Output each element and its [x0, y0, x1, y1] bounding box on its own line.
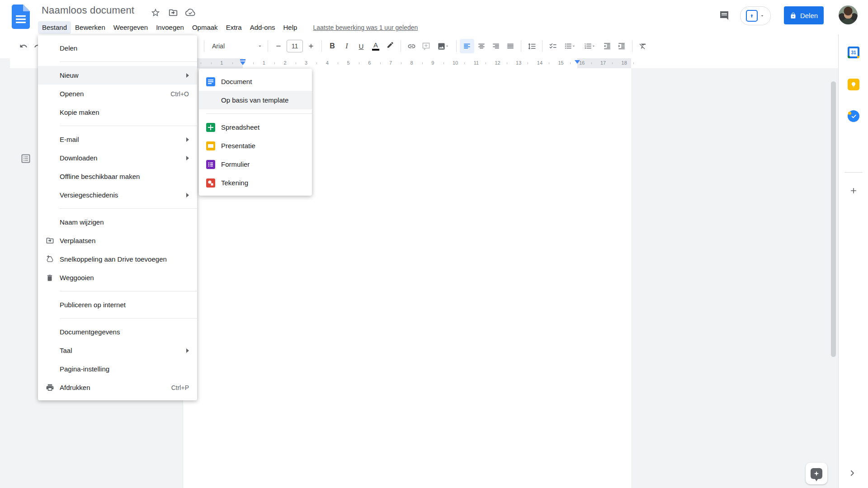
- file-menu-item-afdrukken[interactable]: Afdrukken Ctrl+P: [38, 378, 197, 397]
- menu-extra[interactable]: Extra: [222, 21, 246, 34]
- align-justify-button[interactable]: [503, 39, 518, 53]
- insert-link-button[interactable]: [404, 39, 419, 53]
- file-menu-item-verplaatsen[interactable]: Verplaatsen: [38, 231, 197, 250]
- submenu-item-document[interactable]: Document: [199, 72, 312, 91]
- forms-icon: [206, 160, 215, 169]
- undo-button[interactable]: [16, 39, 31, 53]
- underline-button[interactable]: U: [354, 39, 368, 53]
- first-line-indent-marker[interactable]: [240, 59, 245, 61]
- show-comments-button[interactable]: [715, 6, 733, 24]
- file-menu-item-taal[interactable]: Taal: [38, 341, 197, 360]
- text-color-button[interactable]: A: [368, 39, 383, 53]
- align-center-icon: [477, 42, 486, 50]
- file-menu-item-naam-wijzigen[interactable]: Naam wijzigen: [38, 213, 197, 231]
- share-button[interactable]: Delen: [784, 6, 824, 24]
- present-button[interactable]: [740, 6, 771, 25]
- document-title[interactable]: Naamloos document: [42, 5, 134, 16]
- align-center-button[interactable]: [474, 39, 489, 53]
- bulleted-list-button[interactable]: [560, 39, 580, 53]
- explore-button[interactable]: [806, 463, 827, 484]
- google-tasks-button[interactable]: [846, 109, 861, 123]
- bold-button[interactable]: B: [325, 39, 340, 53]
- slides-icon: [206, 141, 215, 150]
- chevron-right-icon: [848, 469, 857, 478]
- decrease-indent-button[interactable]: [600, 39, 614, 53]
- menu-weergeven[interactable]: Weergeven: [109, 21, 152, 34]
- menu-addons[interactable]: Add-ons: [246, 21, 279, 34]
- line-spacing-button[interactable]: [524, 39, 539, 53]
- file-menu-item-offline[interactable]: Offline beschikbaar maken: [38, 167, 197, 186]
- submenu-item-spreadsheet[interactable]: Spreadsheet: [199, 118, 312, 136]
- google-keep-button[interactable]: [846, 77, 861, 92]
- file-menu-item-snelkoppeling[interactable]: Snelkoppeling aan Drive toevoegen: [38, 250, 197, 268]
- submenu-item-formulier[interactable]: Formulier: [199, 155, 312, 174]
- vertical-scrollbar[interactable]: [831, 81, 836, 357]
- file-menu-item-openen[interactable]: Openen Ctrl+O: [38, 84, 197, 103]
- file-menu-item-versiegeschiedenis[interactable]: Versiegeschiedenis: [38, 186, 197, 204]
- file-menu-item-weggooien[interactable]: Weggooien: [38, 268, 197, 287]
- right-indent-marker[interactable]: [575, 60, 580, 64]
- align-right-button[interactable]: [489, 39, 503, 53]
- docs-logo-icon[interactable]: [12, 5, 30, 29]
- menu-separator: [60, 318, 197, 319]
- present-caret-icon: [760, 13, 765, 19]
- file-menu-item-delen[interactable]: Delen: [38, 39, 197, 57]
- decrease-font-size-button[interactable]: [271, 39, 286, 53]
- submenu-item-presentatie[interactable]: Presentatie: [199, 136, 312, 155]
- align-left-button[interactable]: [460, 39, 474, 53]
- numbered-list-button[interactable]: [580, 39, 600, 53]
- submenu-item-template[interactable]: Op basis van template: [199, 91, 312, 109]
- left-indent-marker[interactable]: [240, 61, 245, 65]
- present-icon: [746, 10, 758, 22]
- google-calendar-button[interactable]: 31: [846, 45, 861, 60]
- submenu-arrow-icon: [186, 348, 189, 353]
- menu-bewerken[interactable]: Bewerken: [71, 21, 109, 34]
- file-menu-item-publiceren[interactable]: Publiceren op internet: [38, 296, 197, 314]
- toolbar-separator: [521, 40, 521, 52]
- side-panel: 31: [838, 34, 868, 488]
- menubar: Bestand Bewerken Weergeven Invoegen Opma…: [38, 21, 418, 34]
- checklist-button[interactable]: [546, 39, 560, 53]
- insert-image-button[interactable]: [433, 39, 453, 53]
- document-outline-button[interactable]: [17, 150, 34, 167]
- hide-sidepanel-button[interactable]: [845, 466, 859, 480]
- file-menu-item-documentgegevens[interactable]: Documentgegevens: [38, 323, 197, 341]
- cloud-saved-icon[interactable]: [185, 7, 196, 18]
- link-icon: [407, 42, 416, 51]
- lock-icon: [790, 12, 797, 19]
- font-size-value[interactable]: 11: [287, 40, 303, 52]
- toolbar-separator: [204, 40, 204, 52]
- file-menu-item-kopie-maken[interactable]: Kopie maken: [38, 103, 197, 122]
- submenu-item-tekening[interactable]: Tekening: [199, 174, 312, 192]
- menu-invoegen[interactable]: Invoegen: [152, 21, 188, 34]
- font-family-selector[interactable]: Arial: [208, 39, 264, 53]
- sheets-icon: [206, 123, 215, 132]
- get-addons-button[interactable]: [846, 183, 861, 198]
- bold-icon: B: [330, 42, 335, 50]
- file-menu-item-nieuw[interactable]: Nieuw: [38, 66, 197, 84]
- text-color-icon: A: [372, 42, 379, 51]
- menu-opmaak[interactable]: Opmaak: [188, 21, 222, 34]
- decrease-indent-icon: [603, 42, 611, 50]
- add-comment-button[interactable]: [419, 39, 433, 53]
- google-calendar-icon: 31: [848, 47, 859, 58]
- clear-formatting-button[interactable]: [636, 39, 650, 53]
- chevron-down-icon: [591, 44, 596, 48]
- star-icon[interactable]: [150, 7, 161, 18]
- highlight-color-button[interactable]: [383, 39, 397, 53]
- file-menu-item-pagina-instelling[interactable]: Pagina-instelling: [38, 360, 197, 378]
- file-menu-item-email[interactable]: E-mail: [38, 130, 197, 149]
- last-edit-link[interactable]: Laatste bewerking was 1 uur geleden: [313, 24, 418, 31]
- menu-help[interactable]: Help: [279, 21, 302, 34]
- increase-font-size-button[interactable]: [304, 39, 318, 53]
- avatar[interactable]: [839, 5, 858, 24]
- file-menu-item-downloaden[interactable]: Downloaden: [38, 149, 197, 167]
- google-tasks-icon: [848, 110, 859, 122]
- clear-formatting-icon: [639, 42, 647, 50]
- google-docs-app: Naamloos document Bestand Bewerken Weerg…: [0, 0, 868, 488]
- italic-button[interactable]: I: [340, 39, 354, 53]
- menu-bestand[interactable]: Bestand: [38, 21, 71, 34]
- new-submenu: Document Op basis van template Spreadshe…: [199, 69, 312, 196]
- increase-indent-button[interactable]: [614, 39, 629, 53]
- move-folder-icon[interactable]: [168, 7, 179, 18]
